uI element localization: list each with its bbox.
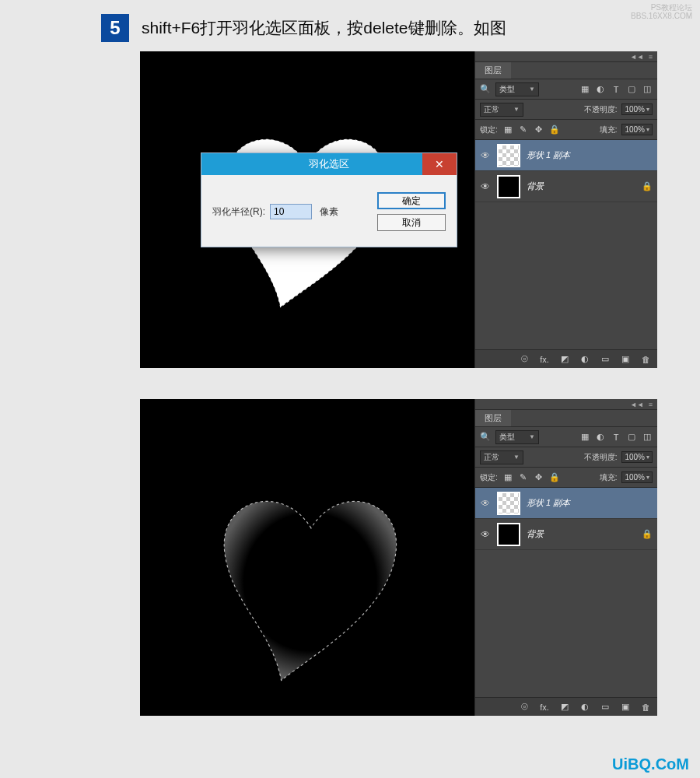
layer-background[interactable]: 👁 背景 🔒 [475, 519, 657, 550]
new-layer-icon[interactable]: ▣ [620, 702, 631, 713]
filter-shape-icon[interactable]: ▢ [626, 84, 637, 95]
fx-icon[interactable]: fx. [539, 354, 550, 365]
feather-radius-label: 羽化半径(R): [212, 205, 265, 219]
lock-row: 锁定: ▦ ✎ ✥ 🔒 填充: 100%▾ [475, 468, 657, 488]
layer-thumbnail [497, 144, 520, 167]
layer-list: 👁 形状 1 副本 👁 背景 🔒 [475, 140, 657, 202]
blend-mode-select[interactable]: 正常▼ [480, 450, 523, 464]
lock-transparency-icon[interactable]: ▦ [502, 472, 513, 483]
lock-label: 锁定: [480, 472, 498, 483]
visibility-icon[interactable]: 👁 [480, 529, 491, 540]
adjustment-icon[interactable]: ◐ [579, 702, 590, 713]
collapse-icon[interactable]: ◄◄ [630, 53, 644, 61]
layer-list: 👁 形状 1 副本 👁 背景 🔒 [475, 488, 657, 550]
filter-shape-icon[interactable]: ▢ [626, 432, 637, 443]
layers-tab[interactable]: 图层 [475, 62, 511, 79]
layers-panel: ◄◄ ≡ 图层 🔍 类型▼ ▦ ◐ T ▢ ◫ 正常▼ 不透明度: 100%▾ [474, 51, 657, 368]
visibility-icon[interactable]: 👁 [480, 181, 491, 192]
filter-image-icon[interactable]: ▦ [579, 432, 590, 443]
filter-text-icon[interactable]: T [611, 432, 621, 443]
dialog-body: 羽化半径(R): 像素 确定 取消 [201, 175, 457, 247]
panel-top-controls: ◄◄ ≡ [475, 51, 657, 62]
trash-icon[interactable]: 🗑 [640, 702, 651, 713]
filter-adjust-icon[interactable]: ◐ [595, 432, 606, 443]
collapse-icon[interactable]: ◄◄ [630, 401, 644, 408]
new-layer-icon[interactable]: ▣ [620, 354, 631, 365]
layer-shape-copy[interactable]: 👁 形状 1 副本 [475, 488, 657, 519]
fill-value[interactable]: 100%▾ [621, 124, 653, 135]
search-icon: 🔍 [480, 84, 491, 95]
canvas-area: 羽化选区 ✕ 羽化半径(R): 像素 确定 取消 [140, 51, 474, 368]
filter-type-select[interactable]: 类型▼ [495, 82, 539, 96]
feather-dialog: 羽化选区 ✕ 羽化半径(R): 像素 确定 取消 [201, 152, 457, 247]
layers-tab[interactable]: 图层 [475, 410, 511, 426]
step-header: 5 shift+F6打开羽化选区面板，按delete键删除。如图 [0, 0, 700, 51]
fill-label: 填充: [600, 472, 618, 483]
folder-icon[interactable]: ▭ [600, 354, 611, 365]
filter-adjust-icon[interactable]: ◐ [595, 84, 606, 95]
visibility-icon[interactable]: 👁 [480, 498, 491, 509]
canvas-area [140, 399, 474, 716]
opacity-label: 不透明度: [584, 104, 618, 115]
lock-move-icon[interactable]: ✥ [534, 124, 544, 135]
layer-name: 背景 [527, 180, 544, 192]
filter-smart-icon[interactable]: ◫ [642, 84, 653, 95]
link-layers-icon[interactable]: ⦾ [519, 702, 530, 713]
panel-menu-icon[interactable]: ≡ [649, 401, 653, 408]
lock-transparency-icon[interactable]: ▦ [502, 124, 513, 135]
feather-unit: 像素 [320, 205, 338, 219]
folder-icon[interactable]: ▭ [600, 702, 611, 713]
adjustment-icon[interactable]: ◐ [579, 354, 590, 365]
lock-all-icon[interactable]: 🔒 [549, 472, 560, 483]
watermark-bottom: UiBQ.CoM [612, 755, 689, 773]
filter-image-icon[interactable]: ▦ [579, 84, 590, 95]
panel-menu-icon[interactable]: ≡ [649, 53, 653, 61]
filter-icons: ▦ ◐ T ▢ ◫ [579, 84, 653, 95]
lock-icon: 🔒 [642, 529, 653, 539]
step-text: shift+F6打开羽化选区面板，按delete键删除。如图 [142, 17, 506, 39]
filter-type-select[interactable]: 类型▼ [495, 430, 539, 444]
feather-radius-field: 羽化半径(R): 像素 [212, 192, 371, 231]
feather-radius-input[interactable] [270, 204, 312, 219]
lock-move-icon[interactable]: ✥ [534, 472, 544, 483]
blend-row: 正常▼ 不透明度: 100%▾ [475, 447, 657, 468]
filter-text-icon[interactable]: T [611, 84, 621, 95]
opacity-value[interactable]: 100%▾ [621, 103, 653, 115]
link-layers-icon[interactable]: ⦾ [519, 354, 530, 365]
panel-tabs: 图层 [475, 410, 657, 427]
lock-all-icon[interactable]: 🔒 [549, 124, 560, 135]
blend-mode-select[interactable]: 正常▼ [480, 103, 523, 117]
cancel-button[interactable]: 取消 [377, 214, 446, 231]
lock-row: 锁定: ▦ ✎ ✥ 🔒 填充: 100%▾ [475, 120, 657, 140]
dialog-close-button[interactable]: ✕ [422, 153, 457, 175]
layer-shape-copy[interactable]: 👁 形状 1 副本 [475, 140, 657, 171]
mask-icon[interactable]: ◩ [559, 702, 570, 713]
fill-value[interactable]: 100%▾ [621, 471, 653, 483]
filter-smart-icon[interactable]: ◫ [642, 432, 653, 443]
mask-icon[interactable]: ◩ [559, 354, 570, 365]
layer-thumbnail [497, 523, 520, 546]
close-icon: ✕ [435, 158, 444, 170]
layer-background[interactable]: 👁 背景 🔒 [475, 171, 657, 202]
layer-thumbnail [497, 175, 520, 198]
heart-shape-feathered [210, 489, 412, 694]
watermark-top: PS教程论坛 BBS.16XX8.COM [631, 3, 692, 20]
trash-icon[interactable]: 🗑 [640, 354, 651, 365]
blend-row: 正常▼ 不透明度: 100%▾ [475, 100, 657, 120]
fx-icon[interactable]: fx. [539, 702, 550, 713]
watermark-line2: BBS.16XX8.COM [631, 12, 692, 20]
search-icon: 🔍 [480, 432, 491, 443]
opacity-value[interactable]: 100%▾ [621, 451, 653, 463]
lock-brush-icon[interactable]: ✎ [518, 124, 529, 135]
layers-footer: ⦾ fx. ◩ ◐ ▭ ▣ 🗑 [475, 349, 657, 368]
layer-name: 形状 1 副本 [527, 149, 570, 161]
visibility-icon[interactable]: 👁 [480, 150, 491, 161]
filter-row: 🔍 类型▼ ▦ ◐ T ▢ ◫ [475, 79, 657, 100]
opacity-label: 不透明度: [584, 452, 618, 463]
panel-top-controls: ◄◄ ≡ [475, 399, 657, 410]
lock-brush-icon[interactable]: ✎ [518, 472, 529, 483]
lock-label: 锁定: [480, 124, 498, 135]
ok-button[interactable]: 确定 [377, 192, 446, 209]
screenshot-panel-1: 羽化选区 ✕ 羽化半径(R): 像素 确定 取消 ◄◄ ≡ [140, 51, 657, 368]
screenshot-panel-2: ◄◄ ≡ 图层 🔍 类型▼ ▦ ◐ T ▢ ◫ 正常▼ 不透明度: 100%▾ [140, 399, 657, 716]
